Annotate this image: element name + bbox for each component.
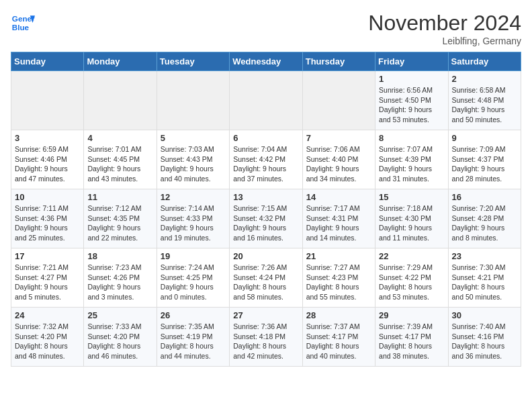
calendar-cell: 13Sunrise: 7:15 AMSunset: 4:32 PMDayligh… (230, 189, 302, 248)
day-number: 25 (87, 310, 152, 320)
day-number: 14 (306, 192, 371, 202)
day-number: 18 (87, 251, 152, 261)
calendar-cell: 4Sunrise: 7:01 AMSunset: 4:45 PMDaylight… (84, 130, 157, 189)
header-row: SundayMondayTuesdayWednesdayThursdayFrid… (11, 52, 521, 71)
cell-info: Sunrise: 7:11 AMSunset: 4:36 PMDaylight:… (15, 203, 80, 243)
day-number: 4 (87, 133, 152, 143)
cell-info: Sunrise: 7:20 AMSunset: 4:28 PMDaylight:… (452, 203, 517, 243)
cell-info: Sunrise: 6:56 AMSunset: 4:50 PMDaylight:… (379, 85, 444, 125)
day-number: 5 (161, 133, 226, 143)
day-number: 22 (379, 251, 444, 261)
cell-info: Sunrise: 7:21 AMSunset: 4:27 PMDaylight:… (15, 263, 80, 302)
calendar-cell: 22Sunrise: 7:29 AMSunset: 4:22 PMDayligh… (375, 248, 448, 308)
calendar-cell: 30Sunrise: 7:40 AMSunset: 4:16 PMDayligh… (448, 308, 521, 367)
day-number: 3 (15, 133, 80, 143)
cell-info: Sunrise: 7:18 AMSunset: 4:30 PMDaylight:… (379, 203, 444, 243)
cell-info: Sunrise: 7:27 AMSunset: 4:23 PMDaylight:… (306, 263, 371, 302)
calendar-cell: 21Sunrise: 7:27 AMSunset: 4:23 PMDayligh… (302, 248, 375, 308)
day-header-wednesday: Wednesday (230, 52, 302, 71)
day-number: 21 (306, 251, 371, 261)
day-number: 1 (379, 74, 444, 84)
day-number: 19 (161, 251, 226, 261)
cell-info: Sunrise: 7:32 AMSunset: 4:20 PMDaylight:… (15, 322, 80, 361)
day-number: 17 (15, 251, 80, 261)
calendar-cell (84, 71, 157, 130)
cell-info: Sunrise: 7:01 AMSunset: 4:45 PMDaylight:… (87, 144, 152, 184)
calendar-cell: 27Sunrise: 7:36 AMSunset: 4:18 PMDayligh… (230, 308, 302, 367)
cell-info: Sunrise: 7:04 AMSunset: 4:42 PMDaylight:… (233, 144, 298, 184)
calendar-cell: 17Sunrise: 7:21 AMSunset: 4:27 PMDayligh… (11, 248, 84, 308)
calendar-cell: 26Sunrise: 7:35 AMSunset: 4:19 PMDayligh… (157, 308, 229, 367)
calendar-cell: 23Sunrise: 7:30 AMSunset: 4:21 PMDayligh… (448, 248, 521, 308)
calendar-cell: 10Sunrise: 7:11 AMSunset: 4:36 PMDayligh… (11, 189, 84, 248)
cell-info: Sunrise: 7:23 AMSunset: 4:26 PMDaylight:… (87, 263, 152, 302)
month-title: November 2024 (368, 11, 521, 36)
calendar-cell: 2Sunrise: 6:58 AMSunset: 4:48 PMDaylight… (448, 71, 521, 130)
week-row-4: 17Sunrise: 7:21 AMSunset: 4:27 PMDayligh… (11, 248, 521, 308)
week-row-2: 3Sunrise: 6:59 AMSunset: 4:46 PMDaylight… (11, 130, 521, 189)
calendar-cell: 12Sunrise: 7:14 AMSunset: 4:33 PMDayligh… (157, 189, 229, 248)
calendar-cell (302, 71, 375, 130)
cell-info: Sunrise: 7:39 AMSunset: 4:17 PMDaylight:… (379, 322, 444, 361)
cell-info: Sunrise: 7:37 AMSunset: 4:17 PMDaylight:… (306, 322, 371, 361)
day-number: 2 (452, 74, 517, 84)
calendar-cell: 28Sunrise: 7:37 AMSunset: 4:17 PMDayligh… (302, 308, 375, 367)
day-number: 23 (452, 251, 517, 261)
day-number: 13 (233, 192, 298, 202)
day-number: 29 (379, 310, 444, 320)
page-header: General Blue November 2024 Leiblfing, Ge… (11, 11, 521, 46)
cell-info: Sunrise: 7:17 AMSunset: 4:31 PMDaylight:… (306, 203, 371, 243)
day-header-saturday: Saturday (448, 52, 521, 71)
cell-info: Sunrise: 7:29 AMSunset: 4:22 PMDaylight:… (379, 263, 444, 302)
cell-info: Sunrise: 7:06 AMSunset: 4:40 PMDaylight:… (306, 144, 371, 184)
svg-text:Blue: Blue (12, 23, 30, 32)
cell-info: Sunrise: 7:12 AMSunset: 4:35 PMDaylight:… (87, 203, 152, 243)
calendar-cell: 7Sunrise: 7:06 AMSunset: 4:40 PMDaylight… (302, 130, 375, 189)
day-header-sunday: Sunday (11, 52, 84, 71)
calendar-cell (157, 71, 229, 130)
cell-info: Sunrise: 7:15 AMSunset: 4:32 PMDaylight:… (233, 203, 298, 243)
cell-info: Sunrise: 7:07 AMSunset: 4:39 PMDaylight:… (379, 144, 444, 184)
cell-info: Sunrise: 7:35 AMSunset: 4:19 PMDaylight:… (161, 322, 226, 361)
day-number: 28 (306, 310, 371, 320)
calendar-cell: 24Sunrise: 7:32 AMSunset: 4:20 PMDayligh… (11, 308, 84, 367)
calendar-cell (11, 71, 84, 130)
calendar-cell: 19Sunrise: 7:24 AMSunset: 4:25 PMDayligh… (157, 248, 229, 308)
cell-info: Sunrise: 7:03 AMSunset: 4:43 PMDaylight:… (161, 144, 226, 184)
cell-info: Sunrise: 6:58 AMSunset: 4:48 PMDaylight:… (452, 85, 517, 125)
day-number: 16 (452, 192, 517, 202)
cell-info: Sunrise: 7:40 AMSunset: 4:16 PMDaylight:… (452, 322, 517, 361)
week-row-3: 10Sunrise: 7:11 AMSunset: 4:36 PMDayligh… (11, 189, 521, 248)
location: Leiblfing, Germany (368, 36, 521, 46)
day-number: 11 (87, 192, 152, 202)
cell-info: Sunrise: 7:36 AMSunset: 4:18 PMDaylight:… (233, 322, 298, 361)
day-number: 24 (15, 310, 80, 320)
week-row-1: 1Sunrise: 6:56 AMSunset: 4:50 PMDaylight… (11, 71, 521, 130)
calendar-cell: 6Sunrise: 7:04 AMSunset: 4:42 PMDaylight… (230, 130, 302, 189)
calendar-cell: 18Sunrise: 7:23 AMSunset: 4:26 PMDayligh… (84, 248, 157, 308)
calendar-cell: 11Sunrise: 7:12 AMSunset: 4:35 PMDayligh… (84, 189, 157, 248)
calendar-cell: 1Sunrise: 6:56 AMSunset: 4:50 PMDaylight… (375, 71, 448, 130)
calendar-cell: 3Sunrise: 6:59 AMSunset: 4:46 PMDaylight… (11, 130, 84, 189)
calendar-cell: 29Sunrise: 7:39 AMSunset: 4:17 PMDayligh… (375, 308, 448, 367)
day-number: 7 (306, 133, 371, 143)
calendar-cell (230, 71, 302, 130)
day-number: 10 (15, 192, 80, 202)
calendar-cell: 8Sunrise: 7:07 AMSunset: 4:39 PMDaylight… (375, 130, 448, 189)
day-number: 26 (161, 310, 226, 320)
day-header-friday: Friday (375, 52, 448, 71)
calendar-cell: 25Sunrise: 7:33 AMSunset: 4:20 PMDayligh… (84, 308, 157, 367)
day-number: 15 (379, 192, 444, 202)
day-number: 6 (233, 133, 298, 143)
day-header-thursday: Thursday (302, 52, 375, 71)
cell-info: Sunrise: 7:09 AMSunset: 4:37 PMDaylight:… (452, 144, 517, 184)
cell-info: Sunrise: 7:26 AMSunset: 4:24 PMDaylight:… (233, 263, 298, 302)
day-number: 20 (233, 251, 298, 261)
day-header-tuesday: Tuesday (157, 52, 229, 71)
calendar-table: SundayMondayTuesdayWednesdayThursdayFrid… (11, 52, 521, 367)
logo-icon: General Blue (11, 11, 35, 35)
week-row-5: 24Sunrise: 7:32 AMSunset: 4:20 PMDayligh… (11, 308, 521, 367)
cell-info: Sunrise: 7:24 AMSunset: 4:25 PMDaylight:… (161, 263, 226, 302)
day-number: 30 (452, 310, 517, 320)
calendar-cell: 16Sunrise: 7:20 AMSunset: 4:28 PMDayligh… (448, 189, 521, 248)
